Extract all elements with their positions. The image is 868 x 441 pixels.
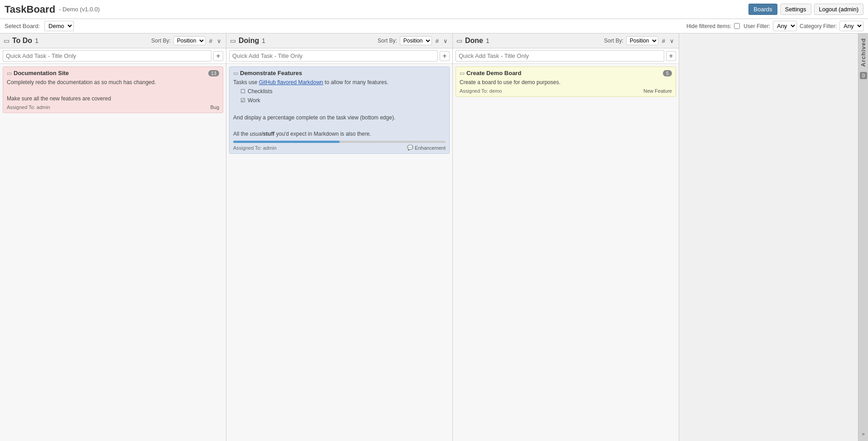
done-column-body: ▭ Create Demo Board 5 Create a board to … <box>453 64 679 441</box>
column-doing: ▭ Doing 1 Sort By: Position # ∨ + ▭ <box>226 33 453 441</box>
archived-label[interactable]: Archived <box>860 38 867 67</box>
filter-group: Hide filtered items: User Filter: Any Ca… <box>686 21 863 31</box>
doing-hash-icon[interactable]: # <box>435 38 440 44</box>
done-quick-add-input[interactable] <box>456 50 664 62</box>
bold-text: stuff <box>263 131 274 137</box>
checklist-label-checklists: Checklists <box>248 87 273 95</box>
done-collapse-icon[interactable]: ▭ <box>456 37 462 44</box>
doing-sort-label: Sort By: <box>378 38 397 44</box>
settings-button[interactable]: Settings <box>780 4 811 15</box>
todo-quick-add-button[interactable]: + <box>213 51 223 61</box>
card-demo-features-footer: Assigned To: admin 💬 Enhancement <box>233 145 446 151</box>
card-demo-features-icon: ▭ <box>233 70 238 76</box>
todo-hash-icon[interactable]: # <box>208 38 213 44</box>
app-title: TaskBoard <box>5 4 55 15</box>
column-done: ▭ Done 1 Sort By: Position # ∨ + ▭ <box>453 33 679 441</box>
doing-sort-select[interactable]: Position <box>400 36 432 45</box>
doing-column-body: ▭ Demonstrate Features Tasks use GitHub … <box>226 64 452 441</box>
column-todo: ▭ To Do 1 Sort By: Position # ∨ + ▭ <box>0 33 226 441</box>
checklist-item-checklists: ☐ Checklists <box>240 87 446 95</box>
italic-text: usual <box>250 131 263 137</box>
boards-button[interactable]: Boards <box>748 4 777 15</box>
card-create-demo-assigned: Assigned To: demo <box>460 88 502 94</box>
board-area: ▭ To Do 1 Sort By: Position # ∨ + ▭ <box>0 33 868 441</box>
card-create-demo-category: New Feature <box>643 88 672 94</box>
hide-filtered-checkbox[interactable] <box>734 23 740 29</box>
user-filter-select[interactable]: Any <box>773 21 797 31</box>
card-demo-features-body: Tasks use GitHub flavored Markdown to al… <box>233 78 446 138</box>
todo-title: To Do <box>12 37 32 45</box>
card-demo-features-header: ▭ Demonstrate Features <box>233 70 446 76</box>
card-doc-site-assigned: Assigned To: admin <box>7 104 50 110</box>
doing-quick-add-row: + <box>226 48 452 64</box>
todo-column-body: ▭ Documentation Site 13 Completely redo … <box>0 64 226 441</box>
table-row[interactable]: ▭ Demonstrate Features Tasks use GitHub … <box>229 66 450 154</box>
card-doc-site-body: Completely redo the documentation as so … <box>7 78 219 103</box>
card-create-demo-header: ▭ Create Demo Board 5 <box>460 70 672 76</box>
user-filter-label: User Filter: <box>743 23 770 29</box>
card-doc-site-category: Bug <box>210 104 219 110</box>
github-markdown-link[interactable]: GitHub flavored Markdown <box>259 79 323 85</box>
archived-badge: 0 <box>860 72 867 79</box>
card-demo-features-category: 💬 Enhancement <box>407 145 446 151</box>
table-row[interactable]: ▭ Documentation Site 13 Completely redo … <box>3 66 223 113</box>
card-doc-site-title: Documentation Site <box>14 70 206 76</box>
card-demo-features-assigned: Assigned To: admin <box>233 145 277 151</box>
doing-count: 1 <box>262 37 265 44</box>
header-left: TaskBoard - Demo (v1.0.0) <box>5 4 100 15</box>
done-quick-add-row: + <box>453 48 679 64</box>
card-doc-site-badge: 13 <box>208 70 219 76</box>
checklist-label-work: Work <box>248 96 260 104</box>
doing-title: Doing <box>239 37 259 45</box>
card-demo-features-title: Demonstrate Features <box>240 70 446 76</box>
table-row[interactable]: ▭ Create Demo Board 5 Create a board to … <box>456 66 676 97</box>
todo-sort-label: Sort By: <box>151 38 171 44</box>
card-demo-features-progress-container <box>233 141 446 143</box>
card-create-demo-icon: ▭ <box>460 70 465 76</box>
app-header: TaskBoard - Demo (v1.0.0) Boards Setting… <box>0 0 868 19</box>
todo-collapse-icon[interactable]: ▭ <box>4 37 10 44</box>
done-quick-add-button[interactable]: + <box>666 51 676 61</box>
enhancement-icon: 💬 <box>407 145 413 151</box>
board-select[interactable]: Demo <box>44 21 74 31</box>
logout-button[interactable]: Logout (admin) <box>814 4 863 15</box>
checklist-item-work: ☑ Work <box>240 96 446 104</box>
card-demo-features-progress-fill <box>233 141 340 143</box>
unchecked-icon: ☐ <box>240 87 245 95</box>
select-board-label: Select Board: <box>5 23 40 29</box>
doing-quick-add-button[interactable]: + <box>440 51 450 61</box>
archived-sidebar: Archived 0 » <box>858 33 868 441</box>
todo-quick-add-row: + <box>0 48 226 64</box>
todo-sort-select[interactable]: Position <box>173 36 206 45</box>
column-todo-header: ▭ To Do 1 Sort By: Position # ∨ <box>0 33 226 48</box>
column-doing-header: ▭ Doing 1 Sort By: Position # ∨ <box>226 33 452 48</box>
columns-container: ▭ To Do 1 Sort By: Position # ∨ + ▭ <box>0 33 858 441</box>
doing-chevron-icon[interactable]: ∨ <box>442 38 449 44</box>
category-filter-label: Category Filter: <box>800 23 837 29</box>
card-create-demo-body: Create a board to use for demo purposes. <box>460 78 672 86</box>
app-subtitle: - Demo (v1.0.0) <box>59 6 100 13</box>
done-sort-select[interactable]: Position <box>626 36 658 45</box>
todo-count: 1 <box>35 37 38 44</box>
card-doc-site-header: ▭ Documentation Site 13 <box>7 70 219 76</box>
doing-collapse-icon[interactable]: ▭ <box>230 37 236 44</box>
card-doc-site-footer: Assigned To: admin Bug <box>7 104 219 110</box>
done-count: 1 <box>486 37 489 44</box>
todo-chevron-icon[interactable]: ∨ <box>216 38 222 44</box>
header-right: Boards Settings Logout (admin) <box>748 4 863 15</box>
card-create-demo-title: Create Demo Board <box>466 70 661 76</box>
checked-icon: ☑ <box>240 96 245 104</box>
doing-quick-add-input[interactable] <box>229 50 438 62</box>
done-chevron-icon[interactable]: ∨ <box>669 38 675 44</box>
todo-quick-add-input[interactable] <box>3 50 211 62</box>
card-create-demo-footer: Assigned To: demo New Feature <box>460 88 672 94</box>
column-done-header: ▭ Done 1 Sort By: Position # ∨ <box>453 33 679 48</box>
card-doc-site-icon: ▭ <box>7 70 12 76</box>
category-filter-select[interactable]: Any <box>839 21 863 31</box>
done-title: Done <box>465 37 483 45</box>
hide-filtered-label: Hide filtered items: <box>686 23 731 29</box>
archived-arrow-icon[interactable]: » <box>862 431 864 436</box>
done-hash-icon[interactable]: # <box>661 38 666 44</box>
done-sort-label: Sort By: <box>604 38 623 44</box>
card-create-demo-badge: 5 <box>663 70 672 76</box>
